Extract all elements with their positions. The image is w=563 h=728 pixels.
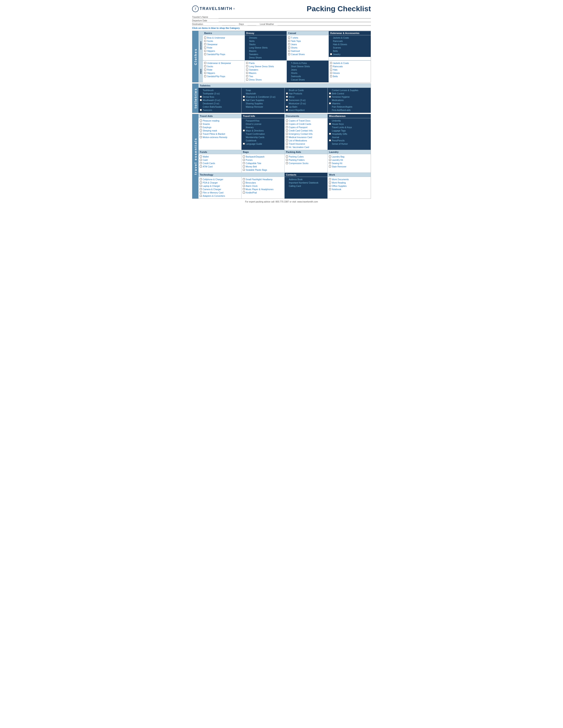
checkbox[interactable] xyxy=(286,133,288,135)
checkbox[interactable] xyxy=(243,162,245,164)
item-text[interactable]: Gloves xyxy=(333,71,340,75)
checkbox[interactable] xyxy=(288,53,290,55)
item-text[interactable]: Short Sleeve Shirts xyxy=(291,65,310,68)
checkbox[interactable] xyxy=(243,120,245,122)
checkbox[interactable] xyxy=(329,99,331,101)
checkbox[interactable] xyxy=(200,123,202,125)
checkbox[interactable] xyxy=(246,56,248,58)
item-text[interactable]: Moisturizer (3 oz) xyxy=(289,102,306,105)
checkbox[interactable] xyxy=(200,92,202,94)
item-text[interactable]: Ties xyxy=(249,75,253,78)
checkbox[interactable] xyxy=(329,188,331,190)
item-text[interactable]: Dress Shoes xyxy=(249,56,261,59)
checkbox[interactable] xyxy=(243,185,245,187)
checkbox[interactable] xyxy=(286,120,288,122)
item-text[interactable]: Casual Shoes xyxy=(291,78,305,81)
item-text[interactable]: Shampoo & Conditioner (3 oz) xyxy=(246,95,275,99)
checkbox[interactable] xyxy=(286,89,288,91)
checkbox[interactable] xyxy=(329,102,331,104)
checkbox[interactable] xyxy=(329,185,331,187)
checkbox[interactable] xyxy=(204,69,206,71)
item-text[interactable]: Belts xyxy=(333,75,338,78)
checkbox[interactable] xyxy=(243,165,245,167)
item-text[interactable]: Luggage Tags xyxy=(332,129,346,132)
item-text[interactable]: Driver's License xyxy=(246,122,261,126)
checkbox[interactable] xyxy=(246,69,248,71)
item-text[interactable]: Purses xyxy=(246,158,252,162)
checkbox[interactable] xyxy=(288,50,290,52)
item-text[interactable]: Music Player & Headphones xyxy=(246,188,273,191)
checkbox[interactable] xyxy=(246,53,248,55)
item-text[interactable]: Swimsuits xyxy=(291,75,301,78)
checkbox[interactable] xyxy=(286,185,288,187)
checkbox[interactable] xyxy=(200,156,202,158)
item-text[interactable]: Hair Products xyxy=(289,92,302,95)
checkbox[interactable] xyxy=(200,106,202,108)
item-text[interactable]: Passport/Visa xyxy=(246,119,259,122)
checkbox[interactable] xyxy=(330,72,332,74)
checkbox[interactable] xyxy=(330,62,332,64)
checkbox[interactable] xyxy=(243,136,245,138)
checkbox[interactable] xyxy=(243,178,245,180)
item-text[interactable]: Cotton Balls/Swabs xyxy=(203,105,222,109)
item-text[interactable]: Medical Insurance Card xyxy=(289,136,312,139)
checkbox[interactable] xyxy=(200,195,202,197)
item-text[interactable]: Film or Memory Card xyxy=(203,191,223,194)
item-text[interactable]: Deodorant (3 oz) xyxy=(203,102,219,105)
item-text[interactable]: Sandals/Flip Flops xyxy=(207,75,225,78)
item-text[interactable]: Tank Tops xyxy=(291,39,301,43)
checkbox[interactable] xyxy=(243,139,245,141)
checkbox[interactable] xyxy=(329,162,331,164)
checkbox[interactable] xyxy=(286,182,288,184)
checkbox[interactable] xyxy=(204,75,206,77)
item-text[interactable]: Emergency Contact Info. xyxy=(289,132,313,136)
checkbox[interactable] xyxy=(204,65,206,67)
checkbox[interactable] xyxy=(330,43,332,45)
item-text[interactable]: Cash xyxy=(203,158,208,162)
item-text[interactable]: Casual Shoes xyxy=(291,53,305,56)
item-text[interactable]: Travel Locks & Keys xyxy=(332,126,352,129)
item-text[interactable]: Laundry Bag xyxy=(332,155,345,158)
item-text[interactable]: Hospitality Gifts xyxy=(332,132,347,136)
checkbox[interactable] xyxy=(286,126,288,128)
checkbox[interactable] xyxy=(288,72,290,74)
item-text[interactable]: Belts xyxy=(333,49,338,53)
checkbox[interactable] xyxy=(200,102,202,104)
checkbox[interactable] xyxy=(200,129,202,131)
checkbox[interactable] xyxy=(329,156,331,158)
checkbox[interactable] xyxy=(286,136,288,138)
item-text[interactable]: Raincoats xyxy=(333,39,343,43)
checkbox[interactable] xyxy=(329,109,331,111)
item-text[interactable]: Packing Folders xyxy=(289,158,305,162)
checkbox[interactable] xyxy=(288,40,290,42)
item-text[interactable]: Insect Repellent xyxy=(289,109,305,112)
checkbox[interactable] xyxy=(288,37,290,39)
item-text[interactable]: Washcloth xyxy=(246,92,256,95)
item-text[interactable]: Medications xyxy=(332,99,344,102)
checkbox[interactable] xyxy=(286,139,288,141)
checkbox[interactable] xyxy=(246,47,248,49)
checkbox[interactable] xyxy=(286,106,288,108)
item-text[interactable]: Sewing Kit xyxy=(332,162,342,165)
checkbox[interactable] xyxy=(329,89,331,91)
checkbox[interactable] xyxy=(204,72,206,74)
item-text[interactable]: Bras & Underwear xyxy=(207,36,225,39)
checkbox[interactable] xyxy=(330,37,332,39)
item-text[interactable]: Sweaters xyxy=(249,53,258,56)
item-text[interactable]: Robe xyxy=(207,46,212,49)
checkbox[interactable] xyxy=(200,182,202,184)
checkbox[interactable] xyxy=(286,143,288,145)
item-text[interactable]: Copies of Passport xyxy=(289,126,308,129)
item-text[interactable]: Jeans xyxy=(291,68,297,71)
item-text[interactable]: Tweezers xyxy=(203,109,212,112)
checkbox[interactable] xyxy=(329,133,331,135)
checkbox[interactable] xyxy=(330,65,332,67)
checkbox[interactable] xyxy=(329,120,331,122)
item-text[interactable]: Brush or Comb xyxy=(289,89,304,92)
item-text[interactable]: Travel Pillow & Blanket xyxy=(203,132,225,136)
checkbox[interactable] xyxy=(246,37,248,39)
checkbox[interactable] xyxy=(200,126,202,128)
item-text[interactable]: Snacks xyxy=(203,122,210,126)
checkbox[interactable] xyxy=(243,182,245,184)
item-text[interactable]: Slacks xyxy=(249,43,255,46)
